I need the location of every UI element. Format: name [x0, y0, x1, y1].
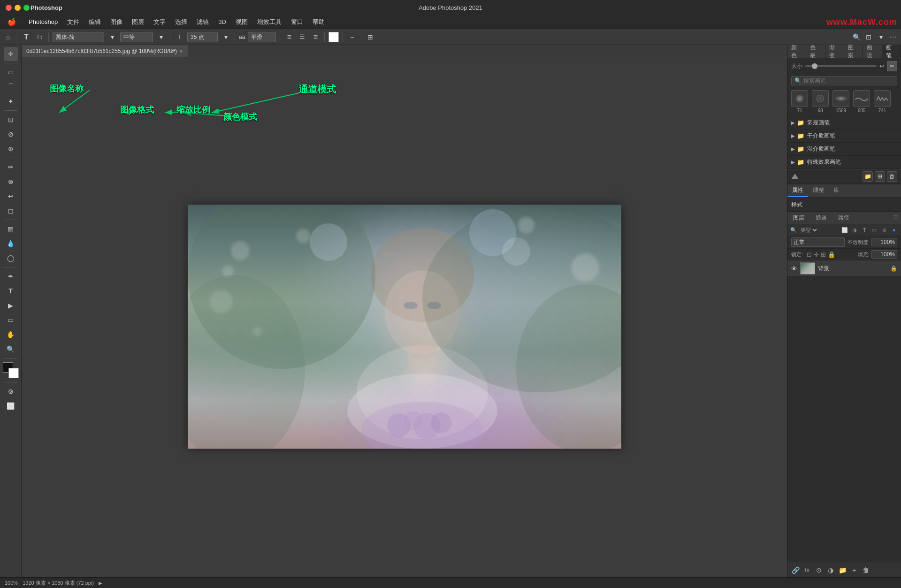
blur-tool[interactable]: 💧: [4, 237, 18, 251]
brush-edit-button[interactable]: ✏: [887, 61, 897, 71]
font-family-dropdown-icon[interactable]: ▾: [107, 32, 117, 42]
fill-value[interactable]: 100%: [871, 250, 897, 259]
brush-tool[interactable]: ✏: [4, 160, 18, 174]
menu-photoshop[interactable]: Photoshop: [25, 17, 61, 26]
lasso-tool[interactable]: ⌒: [4, 80, 18, 94]
layer-filter-select[interactable]: 类型: [799, 227, 818, 233]
path-selection-tool[interactable]: ▶: [4, 298, 18, 313]
menu-image[interactable]: 图像: [107, 17, 126, 27]
font-style-dropdown-icon[interactable]: ▾: [156, 32, 166, 42]
add-mask-button[interactable]: ⊙: [814, 565, 824, 575]
move-tool[interactable]: ✛: [4, 47, 18, 61]
brush-preset-4[interactable]: 685: [853, 90, 870, 113]
screen-mode-tool[interactable]: ⬜: [4, 399, 18, 413]
brush-category-special[interactable]: ▶ 📁 特殊效果画笔: [787, 156, 901, 169]
brush-category-wet[interactable]: ▶ 📁 湿介质画笔: [787, 143, 901, 156]
layer-item-background[interactable]: 👁 背景 🔒: [787, 260, 901, 277]
menu-window[interactable]: 窗口: [287, 17, 307, 27]
text-color-swatch[interactable]: [328, 32, 339, 42]
hand-tool[interactable]: ✋: [4, 328, 18, 342]
menu-view[interactable]: 视图: [232, 17, 252, 27]
filter-type-icon[interactable]: T: [860, 226, 869, 234]
menu-edit[interactable]: 编辑: [85, 17, 105, 27]
layers-panel-menu[interactable]: ☰: [890, 212, 901, 224]
folder-button[interactable]: 📁: [863, 171, 873, 182]
font-size-dropdown-icon[interactable]: ▾: [221, 32, 231, 42]
menu-filter[interactable]: 滤镜: [193, 17, 213, 27]
delete-layer-button[interactable]: 🗑: [861, 565, 871, 575]
brush-preset-3[interactable]: 1569: [832, 90, 849, 113]
zoom-tool[interactable]: 🔍: [4, 342, 18, 356]
workspace-button[interactable]: ▾: [876, 32, 886, 42]
document-tab-close[interactable]: ×: [180, 48, 183, 54]
font-style-select[interactable]: 中等: [120, 32, 153, 42]
panel-tab-swatches[interactable]: 色板: [806, 45, 825, 58]
blend-mode-select[interactable]: 正常: [791, 237, 845, 247]
healing-brush-tool[interactable]: ⊕: [4, 142, 18, 156]
brush-preset-2[interactable]: 68: [812, 90, 829, 113]
arrange-button[interactable]: ⊡: [863, 32, 874, 42]
filter-adjust-icon[interactable]: ◑: [850, 226, 859, 234]
font-family-select[interactable]: 黑体-简: [53, 32, 104, 42]
brush-size-slider[interactable]: [805, 65, 877, 67]
text-tool-icon[interactable]: T: [21, 32, 31, 42]
panel-tab-brush[interactable]: 画笔: [882, 45, 901, 58]
minimize-button[interactable]: [15, 5, 21, 11]
lock-pixels-button[interactable]: ⊡: [807, 251, 812, 258]
search-button[interactable]: 🔍: [851, 32, 862, 42]
eyedropper-tool[interactable]: ⊘: [4, 127, 18, 141]
add-fx-button[interactable]: fx: [802, 565, 812, 575]
panel-tab-pattern[interactable]: 图案: [844, 45, 863, 58]
pen-tool[interactable]: ✒: [4, 269, 18, 283]
prop-tab-properties[interactable]: 属性: [787, 184, 808, 197]
background-color[interactable]: [8, 368, 19, 378]
dodge-tool[interactable]: ◯: [4, 251, 18, 265]
delete-brush-button[interactable]: 🗑: [887, 171, 897, 182]
eraser-tool[interactable]: ◻: [4, 204, 18, 218]
aa-mode-select[interactable]: 平滑: [248, 32, 276, 42]
quick-mask-tool[interactable]: ⊚: [4, 384, 18, 398]
new-group-button[interactable]: ⊞: [875, 171, 885, 182]
close-button[interactable]: [6, 5, 12, 11]
gradient-tool[interactable]: ▦: [4, 222, 18, 236]
lock-all-button[interactable]: 🔒: [828, 251, 835, 258]
brush-search-input[interactable]: [803, 77, 894, 84]
layers-tab-paths[interactable]: 路径: [832, 212, 855, 224]
panel-tab-gradient[interactable]: 渐变: [825, 45, 844, 58]
panel-tab-color[interactable]: 颜色: [787, 45, 806, 58]
marquee-tool[interactable]: ▭: [4, 65, 18, 79]
status-arrow[interactable]: ▶: [99, 580, 102, 586]
brush-category-regular[interactable]: ▶ 📁 常规画笔: [787, 116, 901, 130]
menu-3d[interactable]: 3D: [214, 17, 230, 26]
prop-tab-adjustments[interactable]: 调整: [808, 184, 829, 197]
menu-select[interactable]: 选择: [171, 17, 191, 27]
text-orientation-icon[interactable]: T↕: [34, 32, 45, 42]
filter-smart-icon[interactable]: ⊛: [880, 226, 888, 234]
add-layer-button[interactable]: +: [849, 565, 859, 575]
text-tool[interactable]: T: [4, 284, 18, 298]
home-icon[interactable]: ⌂: [3, 32, 13, 42]
add-group-button[interactable]: 📁: [837, 565, 848, 575]
prop-tab-library[interactable]: 库: [829, 184, 844, 197]
layer-visibility-icon[interactable]: 👁: [791, 265, 797, 272]
opacity-value[interactable]: 100%: [871, 238, 897, 246]
crop-tool[interactable]: ⊡: [4, 113, 18, 127]
filter-shape-icon[interactable]: ▭: [870, 226, 878, 234]
shape-tool[interactable]: ▭: [4, 313, 18, 327]
brush-preset-1[interactable]: 71: [791, 90, 808, 113]
apple-menu[interactable]: 🍎: [4, 17, 20, 27]
brush-preset-5[interactable]: 741: [874, 90, 891, 113]
panel-tab-brushsettings[interactable]: 画设: [863, 45, 882, 58]
filter-pixel-icon[interactable]: ⬜: [840, 226, 849, 234]
character-panel-icon[interactable]: ⊞: [365, 32, 375, 42]
filter-toggle-icon[interactable]: ●: [890, 226, 898, 234]
lock-artboard-button[interactable]: ⊞: [821, 251, 826, 258]
document-tab[interactable]: 0d21f1ec128554b67cf03f87b561c255.jpg @ 1…: [22, 45, 188, 57]
layers-tab-layers[interactable]: 图层: [787, 212, 810, 224]
align-center-button[interactable]: ☰: [297, 32, 307, 42]
align-right-button[interactable]: ≡: [310, 32, 321, 42]
menu-layers[interactable]: 图层: [128, 17, 148, 27]
more-button[interactable]: ⋯: [888, 32, 898, 42]
menu-text[interactable]: 文字: [150, 17, 169, 27]
menu-help[interactable]: 帮助: [309, 17, 328, 27]
